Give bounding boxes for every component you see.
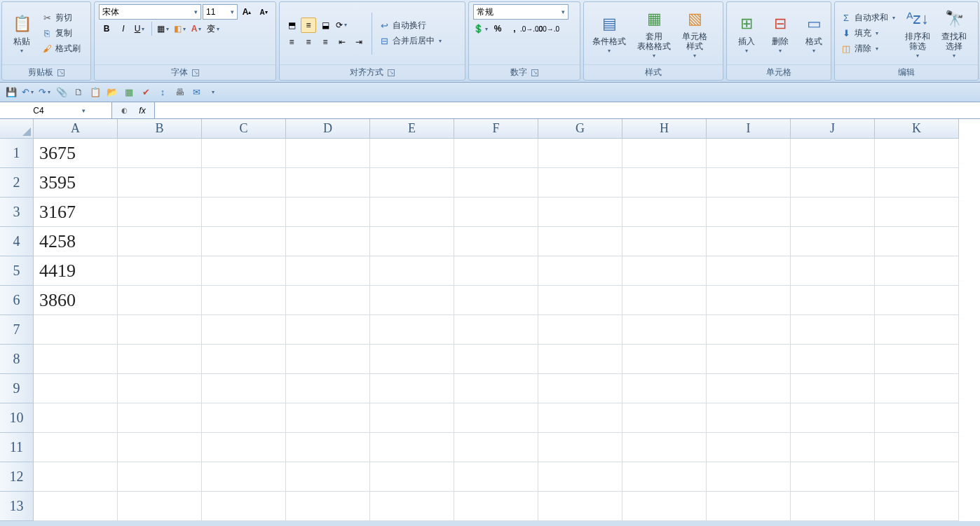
select-all-corner[interactable] (0, 119, 34, 139)
italic-button[interactable]: I (116, 21, 131, 36)
qat-redo-button[interactable]: ↷▾ (38, 85, 52, 99)
cell-G13[interactable] (538, 492, 622, 521)
cell-F8[interactable] (454, 345, 538, 374)
cell-D6[interactable] (286, 286, 370, 315)
cell-J3[interactable] (791, 198, 875, 227)
cell-H3[interactable] (622, 198, 707, 227)
decrease-decimal-button[interactable]: .00→.0 (540, 21, 556, 36)
cell-H5[interactable] (622, 256, 707, 286)
chevron-down-icon[interactable]: ▾ (227, 8, 237, 15)
cell-F6[interactable] (454, 286, 538, 315)
qat-check-button[interactable]: ✔ (139, 85, 153, 99)
cell-D7[interactable] (286, 315, 370, 345)
cell-B4[interactable] (118, 227, 202, 256)
font-color-button[interactable]: A▾ (189, 21, 205, 36)
cell-G12[interactable] (538, 462, 622, 492)
cell-A8[interactable] (34, 345, 118, 374)
cell-D1[interactable] (286, 139, 370, 168)
cell-I4[interactable] (707, 227, 791, 256)
cell-D5[interactable] (286, 256, 370, 286)
cell-format-button[interactable]: ▭ 格式 ▾ (798, 11, 829, 55)
font-name-input[interactable] (100, 5, 191, 19)
cell-I7[interactable] (707, 315, 791, 345)
qat-new-button[interactable]: 🗋 (72, 85, 86, 99)
formula-input[interactable] (154, 102, 980, 118)
qat-excel-button[interactable]: ▦ (122, 85, 136, 99)
increase-indent-button[interactable]: ⇥ (351, 34, 367, 50)
cell-G1[interactable] (538, 139, 622, 168)
cell-G9[interactable] (538, 374, 622, 403)
column-header-J[interactable]: J (791, 119, 875, 139)
row-header-11[interactable]: 11 (0, 433, 34, 462)
row-header-8[interactable]: 8 (0, 345, 34, 374)
qat-save-button[interactable]: 💾 (4, 85, 18, 99)
cell-E11[interactable] (370, 433, 454, 462)
column-header-H[interactable]: H (622, 119, 707, 139)
cell-C1[interactable] (202, 139, 286, 168)
cell-F7[interactable] (454, 315, 538, 345)
row-header-7[interactable]: 7 (0, 315, 34, 345)
cell-B6[interactable] (118, 286, 202, 315)
column-header-D[interactable]: D (286, 119, 370, 139)
align-top-button[interactable]: ⬒ (284, 18, 299, 33)
cell-J1[interactable] (791, 139, 875, 168)
align-right-button[interactable]: ≡ (318, 34, 333, 50)
cell-D3[interactable] (286, 198, 370, 227)
format-painter-button[interactable]: 🖌 格式刷 (40, 42, 82, 56)
find-select-button[interactable]: 🔭 查找和 选择 ▾ (937, 6, 971, 60)
cell-C8[interactable] (202, 345, 286, 374)
copy-button[interactable]: ⎘ 复制 (40, 27, 82, 41)
cell-G4[interactable] (538, 227, 622, 256)
cell-D2[interactable] (286, 168, 370, 198)
row-header-5[interactable]: 5 (0, 256, 34, 286)
row-header-13[interactable]: 13 (0, 492, 34, 521)
cell-D12[interactable] (286, 462, 370, 492)
cell-J7[interactable] (791, 315, 875, 345)
cell-K10[interactable] (875, 403, 959, 433)
cell-H8[interactable] (622, 345, 707, 374)
row-header-12[interactable]: 12 (0, 462, 34, 492)
column-header-K[interactable]: K (875, 119, 959, 139)
font-size-input[interactable] (203, 5, 227, 19)
cell-E4[interactable] (370, 227, 454, 256)
column-header-B[interactable]: B (118, 119, 202, 139)
number-format-combo[interactable]: ▾ (473, 4, 569, 20)
cell-B10[interactable] (118, 403, 202, 433)
cell-E3[interactable] (370, 198, 454, 227)
cell-B13[interactable] (118, 492, 202, 521)
cell-A11[interactable] (34, 433, 118, 462)
cell-I10[interactable] (707, 403, 791, 433)
font-name-combo[interactable]: ▾ (99, 4, 201, 20)
qat-open-button[interactable]: 📂 (105, 85, 119, 99)
cell-A2[interactable]: 3595 (34, 168, 118, 198)
cell-J13[interactable] (791, 492, 875, 521)
cell-K4[interactable] (875, 227, 959, 256)
cell-F3[interactable] (454, 198, 538, 227)
align-left-button[interactable]: ≡ (284, 34, 299, 50)
cell-B7[interactable] (118, 315, 202, 345)
cell-D10[interactable] (286, 403, 370, 433)
cell-G3[interactable] (538, 198, 622, 227)
cell-C13[interactable] (202, 492, 286, 521)
alignment-launcher[interactable]: ↘ (388, 69, 395, 76)
paste-button[interactable]: 📋 粘贴 ▾ (6, 11, 37, 55)
qat-sort-button[interactable]: ↕ (156, 85, 170, 99)
qat-undo-button[interactable]: ↶▾ (21, 85, 35, 99)
delete-button[interactable]: ⊟ 删除 ▾ (765, 11, 796, 55)
cell-B9[interactable] (118, 374, 202, 403)
cell-H6[interactable] (622, 286, 707, 315)
cell-G5[interactable] (538, 256, 622, 286)
cell-D9[interactable] (286, 374, 370, 403)
phonetic-button[interactable]: 变▾ (206, 21, 222, 36)
cell-K7[interactable] (875, 315, 959, 345)
cell-G11[interactable] (538, 433, 622, 462)
row-header-9[interactable]: 9 (0, 374, 34, 403)
cell-K2[interactable] (875, 168, 959, 198)
cell-K3[interactable] (875, 198, 959, 227)
conditional-format-button[interactable]: ▤ 条件格式 ▾ (588, 11, 630, 55)
column-header-G[interactable]: G (538, 119, 622, 139)
qat-mail-button[interactable]: ✉ (189, 85, 203, 99)
cell-B12[interactable] (118, 462, 202, 492)
expand-formula-icon[interactable]: ◐ (116, 103, 132, 118)
fill-button[interactable]: ⬇ 填充 ▾ (839, 27, 898, 41)
